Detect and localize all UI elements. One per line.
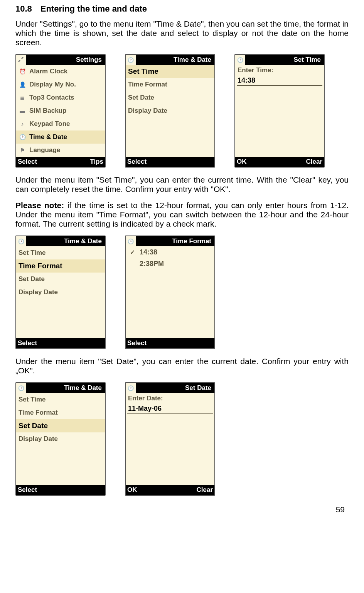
screenshot-row-3: 🕑 Time & Date Set Time Time Format Set D… bbox=[15, 382, 349, 496]
menu-list: Set Time Time Format Set Date Display Da… bbox=[16, 393, 105, 485]
menu-item-time-format[interactable]: Time Format bbox=[126, 78, 214, 91]
softkey-clear[interactable]: Clear bbox=[196, 486, 213, 494]
menu-item-display-my-no[interactable]: 👤Display My No. bbox=[16, 78, 105, 91]
titlebar: 🕑 Time & Date bbox=[126, 55, 214, 65]
format-list: ✓14:38 2:38PM bbox=[126, 246, 214, 338]
softkey-tips[interactable]: Tips bbox=[90, 158, 103, 166]
title-text: Time & Date bbox=[26, 384, 103, 392]
clock-icon: 🕑 bbox=[126, 383, 136, 393]
titlebar: 🕑 Set Date bbox=[126, 383, 214, 393]
screen-set-time: 🕑 Set Time Enter Time: 14:38 OK Clear bbox=[234, 54, 325, 168]
titlebar: 🕑 Time & Date bbox=[16, 383, 105, 393]
menu-item-display-date[interactable]: Display Date bbox=[16, 286, 105, 299]
softkey-select[interactable]: Select bbox=[127, 158, 147, 166]
contact-icon: 👤 bbox=[18, 80, 27, 89]
menu-item-language[interactable]: ⚑Language bbox=[16, 144, 105, 157]
titlebar: 🕑 Set Time bbox=[235, 55, 324, 65]
title-text: Time & Date bbox=[26, 237, 103, 245]
clock-icon: 🕑 bbox=[235, 55, 245, 65]
menu-item-top3-contacts[interactable]: ≣Top3 Contacts bbox=[16, 91, 105, 104]
menu-item-display-date[interactable]: Display Date bbox=[16, 432, 105, 446]
title-text: Time & Date bbox=[136, 56, 213, 64]
flag-icon: ⚑ bbox=[18, 146, 27, 155]
menu-item-display-date[interactable]: Display Date bbox=[126, 104, 214, 117]
paragraph-3: Please note: if the time is set to the 1… bbox=[15, 201, 349, 229]
section-number: 10.8 bbox=[15, 4, 32, 14]
check-icon: ✓ bbox=[129, 249, 136, 256]
section-heading: 10.8Entering the time and date bbox=[15, 4, 349, 14]
softkey-bar: Select bbox=[16, 338, 105, 348]
page: 10.8Entering the time and date Under "Se… bbox=[0, 0, 364, 522]
clock-icon: 🕑 bbox=[126, 236, 136, 246]
softkey-ok[interactable]: OK bbox=[237, 158, 247, 166]
menu-item-sim-backup[interactable]: ▬SIM Backup bbox=[16, 104, 105, 117]
softkey-select[interactable]: Select bbox=[18, 158, 37, 166]
menu-item-set-date[interactable]: Set Date bbox=[126, 91, 214, 104]
softkey-bar: OK Clear bbox=[235, 157, 324, 167]
title-text: Time Format bbox=[136, 237, 213, 245]
paragraph-1: Under "Settings", go to the menu item "T… bbox=[15, 19, 349, 47]
tone-icon: ♪ bbox=[18, 119, 27, 129]
screen-time-date-3: 🕑 Time & Date Set Time Time Format Set D… bbox=[15, 382, 106, 496]
titlebar: Settings bbox=[16, 55, 105, 65]
menu-item-time-format[interactable]: Time Format bbox=[16, 406, 105, 419]
title-text: Set Time bbox=[245, 56, 322, 64]
clock-icon: 🕑 bbox=[16, 236, 26, 246]
menu-list: Set Time Time Format Set Date Display Da… bbox=[16, 246, 105, 338]
enter-date-label: Enter Date: bbox=[126, 393, 214, 404]
format-option-12h[interactable]: 2:38PM bbox=[126, 258, 214, 269]
menu-list: Set Time Time Format Set Date Display Da… bbox=[126, 65, 214, 157]
softkey-clear[interactable]: Clear bbox=[306, 158, 322, 166]
time-input[interactable]: 14:38 bbox=[237, 76, 322, 86]
menu-item-set-time[interactable]: Set Time bbox=[126, 65, 214, 78]
menu-item-alarm-clock[interactable]: ⏰Alarm Clock bbox=[16, 65, 105, 78]
menu-item-set-date[interactable]: Set Date bbox=[16, 419, 105, 432]
page-number: 59 bbox=[15, 505, 349, 514]
title-text: Set Date bbox=[136, 384, 213, 392]
softkey-bar: Select bbox=[16, 485, 105, 495]
clock-icon: 🕑 bbox=[18, 132, 27, 142]
menu-item-set-time[interactable]: Set Time bbox=[16, 246, 105, 259]
menu-item-keypad-tone[interactable]: ♪Keypad Tone bbox=[16, 117, 105, 130]
titlebar: 🕑 Time Format bbox=[126, 236, 214, 246]
softkey-select[interactable]: Select bbox=[127, 339, 147, 347]
softkey-bar: Select bbox=[126, 338, 214, 348]
tools-icon bbox=[16, 55, 26, 65]
softkey-select[interactable]: Select bbox=[18, 486, 37, 494]
softkey-bar: OK Clear bbox=[126, 485, 214, 495]
menu-item-time-date[interactable]: 🕑Time & Date bbox=[16, 130, 105, 144]
titlebar: 🕑 Time & Date bbox=[16, 236, 105, 246]
paragraph-3-rest: if the time is set to the 12-hour format… bbox=[15, 201, 349, 228]
sim-icon: ▬ bbox=[18, 106, 27, 115]
format-option-24h[interactable]: ✓14:38 bbox=[126, 246, 214, 258]
softkey-bar: Select Tips bbox=[16, 157, 105, 167]
menu-item-set-time[interactable]: Set Time bbox=[16, 393, 105, 406]
please-note-label: Please note: bbox=[15, 201, 64, 210]
alarm-icon: ⏰ bbox=[18, 67, 27, 76]
screen-time-format: 🕑 Time Format ✓14:38 2:38PM Select bbox=[125, 236, 215, 349]
menu-item-time-format[interactable]: Time Format bbox=[16, 259, 105, 273]
screen-time-date-2: 🕑 Time & Date Set Time Time Format Set D… bbox=[15, 236, 106, 349]
paragraph-4: Under the menu item "Set Date", you can … bbox=[15, 357, 349, 375]
clock-icon: 🕑 bbox=[126, 55, 136, 65]
menu-list: ⏰Alarm Clock 👤Display My No. ≣Top3 Conta… bbox=[16, 65, 105, 157]
date-input[interactable]: 11-May-06 bbox=[127, 404, 213, 414]
entry-area: Enter Time: 14:38 bbox=[235, 65, 324, 157]
entry-area: Enter Date: 11-May-06 bbox=[126, 393, 214, 485]
clock-icon: 🕑 bbox=[16, 383, 26, 393]
screenshot-row-1: Settings ⏰Alarm Clock 👤Display My No. ≣T… bbox=[15, 54, 349, 168]
enter-time-label: Enter Time: bbox=[235, 65, 324, 76]
screen-set-date: 🕑 Set Date Enter Date: 11-May-06 OK Clea… bbox=[125, 382, 215, 496]
section-title: Entering the time and date bbox=[40, 4, 147, 14]
menu-item-set-date[interactable]: Set Date bbox=[16, 273, 105, 286]
screenshot-row-2: 🕑 Time & Date Set Time Time Format Set D… bbox=[15, 236, 349, 349]
paragraph-2: Under the menu item "Set Time", you can … bbox=[15, 175, 349, 194]
softkey-bar: Select bbox=[126, 157, 214, 167]
softkey-select[interactable]: Select bbox=[18, 339, 37, 347]
list-icon: ≣ bbox=[18, 93, 27, 102]
screen-settings: Settings ⏰Alarm Clock 👤Display My No. ≣T… bbox=[15, 54, 106, 168]
title-text: Settings bbox=[26, 56, 103, 64]
screen-time-date-1: 🕑 Time & Date Set Time Time Format Set D… bbox=[125, 54, 215, 168]
softkey-ok[interactable]: OK bbox=[127, 486, 137, 494]
